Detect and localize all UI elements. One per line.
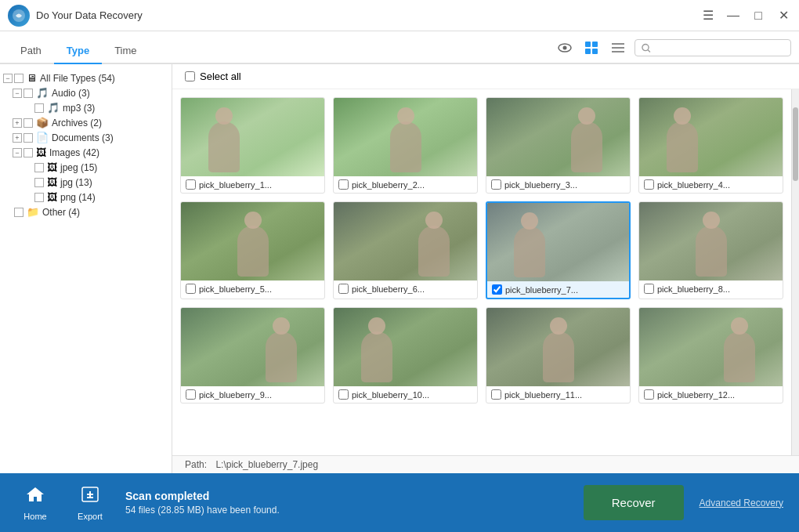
tree-toggle[interactable]: + (13, 118, 22, 128)
file-card[interactable]: pick_blueberry_7... (486, 201, 631, 299)
computer-icon: 🖥 (27, 72, 37, 84)
tree-checkbox[interactable] (14, 74, 24, 83)
search-input[interactable] (655, 42, 784, 53)
thumb-figure (390, 121, 421, 172)
file-card[interactable]: pick_blueberry_12... (638, 307, 783, 404)
tree-label: jpeg (15) (60, 162, 97, 173)
file-card[interactable]: pick_blueberry_6... (333, 201, 478, 299)
file-thumbnail (639, 98, 783, 176)
tree-label: jpg (13) (60, 177, 92, 188)
file-card[interactable]: pick_blueberry_8... (638, 201, 783, 299)
window-controls: ☰ — □ ✕ (700, 8, 791, 24)
file-checkbox[interactable] (491, 389, 501, 400)
file-card[interactable]: pick_blueberry_4... (638, 97, 783, 194)
tree-toggle[interactable]: − (13, 148, 22, 157)
tree-checkbox[interactable] (14, 208, 24, 217)
export-label: Export (78, 512, 103, 521)
thumb-figure (543, 331, 574, 382)
scrollbar-thumb[interactable] (793, 107, 798, 180)
png-icon: 🖼 (47, 191, 57, 203)
close-button[interactable]: ✕ (776, 8, 791, 24)
sidebar-item-other[interactable]: 📁 Other (4) (0, 204, 172, 219)
recover-button[interactable]: Recover (584, 485, 684, 520)
file-checkbox[interactable] (186, 284, 196, 294)
sidebar-item-archives[interactable]: + 📦 Archives (2) (0, 115, 172, 130)
maximize-button[interactable]: □ (750, 8, 766, 24)
file-checkbox[interactable] (644, 389, 654, 400)
menu-icon[interactable]: ☰ (700, 8, 716, 24)
tab-time[interactable]: Time (102, 38, 149, 64)
tree-checkbox[interactable] (34, 193, 44, 202)
advanced-recovery-button[interactable]: Advanced Recovery (700, 498, 783, 508)
file-checkbox[interactable] (186, 179, 196, 190)
file-checkbox[interactable] (491, 179, 501, 190)
file-thumbnail (486, 308, 630, 386)
thumb-figure (361, 331, 392, 382)
footer-home-button[interactable]: Home (16, 485, 55, 521)
file-checkbox[interactable] (338, 179, 349, 190)
tree-checkbox[interactable] (34, 163, 44, 172)
sidebar-item-all-types[interactable]: − 🖥 All File Types (54) (0, 71, 172, 85)
file-name: pick_blueberry_6... (352, 284, 425, 294)
sidebar: − 🖥 All File Types (54) − 🎵 Audio (3) 🎵 … (0, 64, 172, 473)
file-name-row: pick_blueberry_6... (334, 280, 477, 297)
view-preview-button[interactable] (555, 38, 575, 58)
app-title: Do Your Data Recovery (36, 9, 700, 21)
tab-type[interactable]: Type (54, 38, 102, 64)
file-card[interactable]: pick_blueberry_9... (180, 307, 325, 404)
tree-checkbox[interactable] (34, 103, 44, 113)
tab-path[interactable]: Path (8, 38, 54, 64)
file-card[interactable]: pick_blueberry_5... (180, 201, 325, 299)
file-card[interactable]: pick_blueberry_2... (333, 97, 478, 194)
scrollbar[interactable] (791, 89, 799, 455)
file-checkbox[interactable] (186, 389, 196, 400)
file-name: pick_blueberry_1... (199, 180, 272, 190)
svg-point-2 (563, 46, 567, 50)
footer-export-button[interactable]: Export (70, 485, 110, 521)
tree-label: Audio (3) (52, 88, 90, 99)
file-card[interactable]: pick_blueberry_11... (486, 307, 631, 404)
tree-toggle[interactable]: − (13, 89, 22, 98)
path-label: Path: (185, 459, 207, 470)
tree-checkbox[interactable] (24, 133, 33, 143)
select-all-label[interactable]: Select all (185, 71, 241, 82)
footer: Home Export Scan completed 54 files (28.… (0, 473, 799, 532)
sidebar-item-jpeg[interactable]: 🖼 jpeg (15) (0, 160, 172, 175)
file-area: Select all pick_blueberry_1...pick_blueb… (172, 64, 799, 473)
thumb-figure (696, 226, 727, 277)
tree-checkbox[interactable] (24, 148, 33, 157)
file-name: pick_blueberry_3... (504, 180, 577, 190)
file-checkbox[interactable] (338, 389, 349, 400)
file-name: pick_blueberry_4... (657, 180, 730, 190)
toolbar-actions (555, 38, 791, 63)
file-card[interactable]: pick_blueberry_1... (180, 97, 325, 194)
file-thumbnail (486, 98, 630, 176)
file-checkbox[interactable] (644, 284, 654, 294)
sidebar-item-png[interactable]: 🖼 png (14) (0, 190, 172, 204)
file-thumbnail (639, 202, 783, 280)
file-thumbnail (334, 98, 477, 176)
tab-list: Path Type Time (8, 38, 150, 63)
select-all-checkbox[interactable] (185, 71, 195, 81)
sidebar-item-documents[interactable]: + 📄 Documents (3) (0, 130, 172, 145)
minimize-button[interactable]: — (725, 8, 741, 24)
sidebar-item-mp3[interactable]: 🎵 mp3 (3) (0, 100, 172, 115)
tree-toggle[interactable]: − (3, 74, 13, 83)
file-checkbox[interactable] (644, 179, 654, 190)
tree-checkbox[interactable] (24, 118, 33, 128)
footer-nav: Home Export (16, 485, 110, 521)
sidebar-item-audio[interactable]: − 🎵 Audio (3) (0, 85, 172, 100)
sidebar-item-jpg[interactable]: 🖼 jpg (13) (0, 175, 172, 190)
tree-checkbox[interactable] (34, 178, 44, 187)
view-grid-button[interactable] (581, 38, 602, 58)
view-list-button[interactable] (608, 38, 628, 58)
export-icon (80, 485, 100, 508)
file-card[interactable]: pick_blueberry_3... (486, 97, 631, 194)
tree-toggle[interactable]: + (13, 133, 22, 143)
file-card[interactable]: pick_blueberry_10... (333, 307, 478, 404)
tree-checkbox[interactable] (24, 89, 33, 98)
search-box (634, 39, 791, 56)
file-checkbox[interactable] (492, 284, 502, 295)
sidebar-item-images[interactable]: − 🖼 Images (42) (0, 145, 172, 160)
file-checkbox[interactable] (338, 284, 349, 294)
